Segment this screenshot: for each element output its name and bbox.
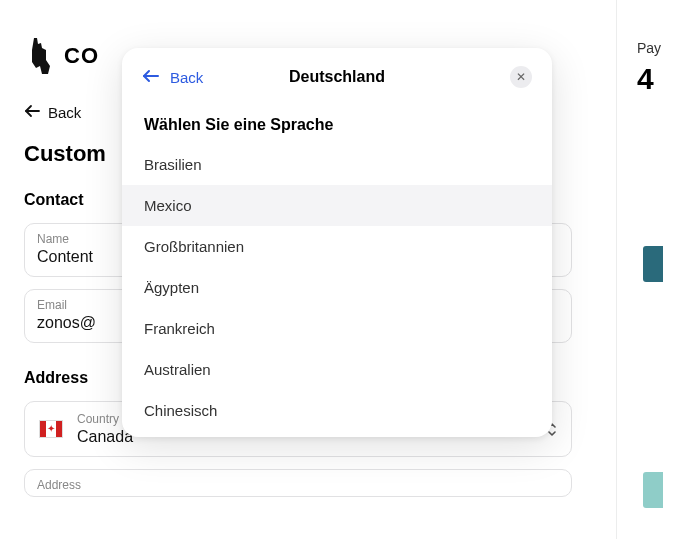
language-modal: Back Deutschland ✕ Wählen Sie eine Sprac… <box>122 48 552 437</box>
language-option[interactable]: Australien <box>122 349 552 390</box>
canada-flag-icon: ✦ <box>39 420 63 438</box>
product-thumbnail <box>643 472 663 508</box>
arrow-left-icon <box>24 104 40 121</box>
modal-close-button[interactable]: ✕ <box>510 66 532 88</box>
language-option[interactable]: Ägypten <box>122 267 552 308</box>
close-icon: ✕ <box>516 70 526 84</box>
language-option[interactable]: Brasilien <box>122 144 552 185</box>
modal-subhead: Wählen Sie eine Sprache <box>122 98 552 144</box>
modal-back-label: Back <box>170 69 203 86</box>
language-option[interactable]: Chinesisch <box>122 390 552 431</box>
pay-amount: 4 <box>637 62 681 96</box>
language-option[interactable]: Frankreich <box>122 308 552 349</box>
vertical-divider <box>616 0 617 539</box>
product-thumbnail <box>643 246 663 282</box>
arrow-left-icon <box>142 69 160 86</box>
address-field[interactable]: Address <box>24 469 572 497</box>
modal-back-button[interactable]: Back <box>142 69 203 86</box>
language-option[interactable]: Großbritannien <box>122 226 552 267</box>
brand-name: CO <box>64 43 99 69</box>
pay-label: Pay <box>637 40 681 56</box>
language-list: Brasilien Mexico Großbritannien Ägypten … <box>122 144 552 431</box>
llama-icon <box>24 36 56 76</box>
language-option[interactable]: Mexico <box>122 185 552 226</box>
address-label: Address <box>37 478 559 492</box>
page-back-label: Back <box>48 104 81 121</box>
